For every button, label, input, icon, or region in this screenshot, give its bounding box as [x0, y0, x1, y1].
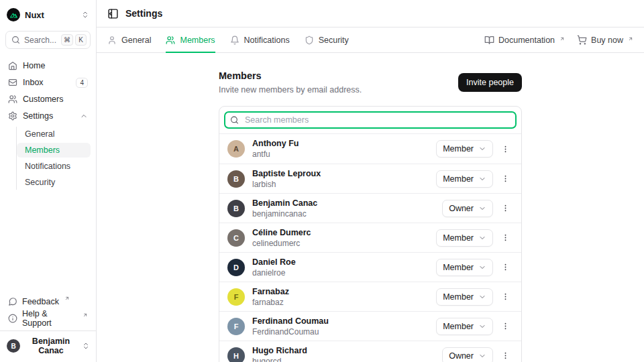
sidebar-item-settings-notifications[interactable]: Notifications: [17, 159, 91, 174]
member-role-select[interactable]: Owner: [442, 347, 493, 362]
member-role-value: Member: [443, 263, 474, 272]
member-row: F Farnabaz farnabaz Member: [219, 282, 521, 311]
members-description: Invite new members by email address.: [219, 85, 362, 95]
sidebar-item-home[interactable]: Home: [5, 58, 91, 73]
tab-general[interactable]: General: [107, 27, 151, 52]
member-role-select[interactable]: Member: [436, 318, 493, 335]
search-icon: [230, 116, 239, 125]
chevrons-up-down-icon: [82, 342, 90, 350]
page-header: Settings: [97, 0, 644, 27]
member-actions-menu-button[interactable]: [498, 231, 513, 245]
inbox-icon: [8, 78, 17, 87]
help-support-link[interactable]: Help & Support: [5, 311, 91, 325]
sidebar-item-label: Settings: [23, 111, 53, 121]
settings-sub-nav: General Members Notifications Security: [16, 127, 91, 190]
member-name: Baptiste Leproux: [252, 169, 321, 178]
member-avatar: D: [227, 259, 245, 276]
member-role-select[interactable]: Member: [436, 170, 493, 188]
sidebar-nav: Home Inbox 4 Customers Settings General …: [5, 58, 91, 191]
tab-notifications[interactable]: Notifications: [230, 27, 290, 52]
tab-label: General: [121, 36, 151, 45]
sidebar-footer: Feedback Help & Support: [5, 294, 91, 330]
chevron-down-icon: [478, 263, 486, 272]
sidebar-item-customers[interactable]: Customers: [5, 92, 91, 107]
shopping-cart-icon: [577, 35, 587, 45]
sidebar-search-button[interactable]: Search... ⌘ K: [5, 31, 91, 49]
tab-label: Notifications: [244, 36, 290, 45]
member-avatar: B: [227, 170, 245, 188]
sidebar-item-label: Home: [23, 61, 45, 70]
search-members-input[interactable]: [224, 111, 517, 129]
tab-security[interactable]: Security: [305, 27, 349, 52]
sidebar-item-settings[interactable]: Settings: [5, 109, 91, 123]
sidebar-item-inbox[interactable]: Inbox 4: [5, 75, 91, 90]
member-role-select[interactable]: Member: [436, 259, 493, 276]
member-username: FerdinandCoumau: [252, 327, 329, 337]
documentation-label: Documentation: [498, 36, 555, 45]
sidebar-item-settings-security[interactable]: Security: [17, 175, 91, 190]
shield-icon: [305, 36, 314, 45]
member-name: Ferdinand Coumau: [252, 316, 329, 326]
member-avatar: A: [227, 140, 245, 158]
tab-members[interactable]: Members: [166, 27, 215, 52]
settings-tabbar: General Members Notifications Security D…: [97, 27, 644, 53]
invite-people-button[interactable]: Invite people: [458, 73, 522, 92]
kbd-meta: ⌘: [61, 34, 73, 46]
chevron-up-icon: [80, 112, 88, 120]
feedback-link[interactable]: Feedback: [5, 294, 91, 308]
chevron-down-icon: [478, 234, 486, 242]
member-username: farnabaz: [252, 298, 289, 307]
member-actions-menu-button[interactable]: [498, 319, 513, 333]
member-role-select[interactable]: Owner: [442, 200, 493, 217]
member-username: hugorcd: [252, 357, 307, 362]
buy-now-link[interactable]: Buy now: [577, 35, 633, 45]
kbd-k: K: [75, 34, 87, 46]
member-avatar: H: [227, 347, 245, 362]
member-row: B Benjamin Canac benjamincanac Owner: [219, 193, 521, 223]
member-role-select[interactable]: Member: [436, 229, 493, 247]
member-name: Benjamin Canac: [252, 198, 317, 208]
external-link-icon: [559, 36, 565, 42]
users-icon: [166, 36, 175, 45]
ellipsis-vertical-icon: [501, 174, 510, 183]
sidebar-item-settings-general[interactable]: General: [17, 127, 91, 141]
user-avatar: B: [7, 339, 20, 353]
workspace-switcher[interactable]: Nuxt: [5, 7, 91, 23]
member-actions-menu-button[interactable]: [498, 142, 513, 156]
panel-left-close-icon: [107, 8, 119, 19]
sidebar-item-settings-members[interactable]: Members: [17, 143, 91, 158]
member-name: Céline Dumerc: [252, 228, 311, 237]
member-row: A Anthony Fu antfu Member: [219, 134, 521, 164]
member-name: Daniel Roe: [252, 257, 296, 267]
member-role-value: Owner: [449, 351, 474, 361]
member-actions-menu-button[interactable]: [498, 201, 513, 215]
member-role-select[interactable]: Member: [436, 288, 493, 306]
ellipsis-vertical-icon: [501, 322, 510, 330]
nuxt-logo-icon: [7, 8, 20, 21]
user-icon: [107, 36, 117, 45]
member-role-select[interactable]: Member: [436, 140, 493, 158]
ellipsis-vertical-icon: [501, 145, 510, 154]
member-role-value: Member: [443, 292, 474, 302]
collapse-sidebar-button[interactable]: [107, 8, 119, 19]
member-actions-menu-button[interactable]: [498, 290, 513, 304]
member-actions-menu-button[interactable]: [498, 260, 513, 274]
members-card: A Anthony Fu antfu Member: [219, 106, 522, 362]
page-title: Settings: [125, 8, 162, 19]
chevron-down-icon: [478, 352, 486, 360]
sidebar-item-label: Customers: [23, 95, 63, 104]
member-actions-menu-button[interactable]: [498, 172, 513, 186]
message-circle-icon: [8, 297, 17, 306]
member-actions-menu-button[interactable]: [498, 349, 513, 362]
member-role-value: Member: [443, 174, 474, 184]
member-avatar: F: [227, 318, 245, 335]
chevron-down-icon: [478, 322, 486, 330]
documentation-link[interactable]: Documentation: [484, 35, 565, 45]
buy-now-label: Buy now: [591, 36, 623, 45]
tab-label: Members: [180, 36, 215, 45]
workspace-name: Nuxt: [25, 10, 44, 20]
tab-label: Security: [319, 36, 349, 45]
user-menu[interactable]: B Benjamin Canac: [0, 330, 97, 357]
member-username: celinedumerc: [252, 239, 311, 248]
sidebar-item-label: Inbox: [23, 78, 44, 87]
